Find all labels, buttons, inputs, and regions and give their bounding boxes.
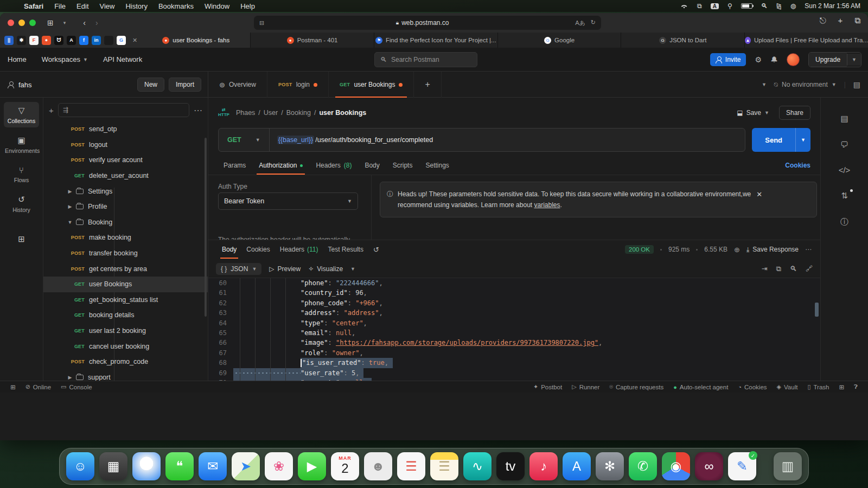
menubar-clock[interactable]: Sun 2 Mar 1:56 AM (805, 2, 860, 10)
json-line-69[interactable]: 69"user_rate": 5, (208, 368, 820, 378)
response-more-icon[interactable]: ⋯ (805, 246, 812, 253)
sidebar-scrollbar[interactable] (205, 138, 207, 317)
request-get_booking_status-list[interactable]: GETget_booking_status list (43, 292, 208, 308)
request-cancel-user-booking[interactable]: GETcancel user booking (43, 338, 208, 354)
loom-dock-icon[interactable]: ∞ (695, 452, 723, 480)
response-tab-cookies[interactable]: Cookies (241, 241, 275, 258)
request-check_promo_code[interactable]: POSTcheck_promo_code (43, 354, 208, 370)
format-select[interactable]: { }JSON▼ (216, 263, 261, 275)
invite-button[interactable]: Invite (710, 53, 746, 66)
menu-item-bookmarks[interactable]: Bookmarks (153, 2, 199, 10)
rail-item-history[interactable]: ↺History (4, 191, 39, 216)
import-button[interactable]: Import (169, 78, 201, 92)
request-tab-authorization[interactable]: Authorization (253, 156, 308, 175)
spotlight-icon[interactable]: 🔍︎ (761, 2, 768, 10)
nav-api-network[interactable]: API Network (95, 55, 150, 63)
facetime-dock-icon[interactable]: ▶ (298, 452, 326, 480)
rail-item-collections[interactable]: ▽Collections (4, 102, 39, 127)
request-tab-headers[interactable]: Headers(8) (310, 156, 357, 175)
response-history-icon[interactable]: ↺ (368, 241, 384, 258)
json-line-65[interactable]: 65"email": null, (208, 328, 820, 338)
close-tab-icon[interactable]: ✕ (128, 33, 142, 48)
new-tab-icon[interactable]: + (838, 16, 843, 25)
comments-icon[interactable]: 🗩︎ (821, 140, 868, 149)
breadcrumb[interactable]: Phaes/ User/ Booking/ user Bookings (236, 109, 366, 117)
notifications-bell-icon[interactable]: 🔔︎ (770, 55, 778, 64)
whatsapp-dock-icon[interactable]: ✆ (629, 452, 657, 480)
sidebar-toggle-icon[interactable]: ⊞ (42, 18, 59, 27)
workspace-tab-login[interactable]: POSTlogin (267, 72, 329, 98)
response-time[interactable]: 925 ms (668, 246, 690, 253)
rail-item-environments[interactable]: ▣Environments (4, 132, 39, 157)
code-snippet-icon[interactable]: </> (821, 165, 868, 175)
folder-chevron-icon[interactable]: ▼ (66, 220, 74, 225)
forward-button[interactable]: › (91, 18, 103, 27)
pinned-site-4[interactable]: ● (42, 36, 51, 45)
tab-1[interactable]: ●Postman - 401 (250, 33, 374, 48)
request-tab-settings[interactable]: Settings (420, 156, 454, 175)
related-requests-icon[interactable]: ⇅ (821, 191, 868, 201)
request-booking-details[interactable]: GETbooking details (43, 307, 208, 323)
nav-workspaces[interactable]: Workspaces▼ (34, 55, 95, 63)
auth-type-select[interactable]: Bearer Token▼ (218, 192, 358, 210)
user-avatar[interactable] (787, 53, 800, 66)
folder-support[interactable]: ▶support (43, 370, 208, 381)
search-input[interactable]: 🔍︎ Search Postman (374, 52, 477, 67)
apple-tv-dock-icon[interactable]: tv (496, 452, 525, 480)
pinned-github[interactable]: ᗢ (54, 36, 63, 45)
system-settings-dock-icon[interactable]: ✻ (596, 452, 624, 480)
minimize-window-button[interactable] (18, 20, 25, 26)
sidebar-chevron-icon[interactable]: ▾ (59, 20, 71, 25)
app-store-dock-icon[interactable]: A (563, 452, 591, 480)
url-input[interactable]: {{base_url}} /user/auth/booking_for_user… (270, 136, 433, 144)
request-get-centers-by-area[interactable]: POSTget centers by area (43, 261, 208, 277)
control-center-icon[interactable]: ⧎ (776, 2, 782, 10)
tab-4[interactable]: GJSON to Dart (621, 33, 744, 48)
status-console[interactable]: ▭Console (56, 383, 97, 390)
close-window-button[interactable] (8, 20, 14, 26)
request-make-booking[interactable]: POSTmake booking (43, 230, 208, 246)
response-tab-body[interactable]: Body (217, 241, 241, 258)
documentation-icon[interactable]: ▤ (821, 114, 868, 124)
status-online[interactable]: ⊘Online (21, 383, 56, 390)
copy-icon[interactable]: ⧉ (776, 265, 781, 273)
share-button[interactable]: Share (779, 106, 810, 120)
response-size[interactable]: 6.55 KB (704, 246, 727, 253)
status-postbot[interactable]: ✦Postbot (528, 383, 567, 390)
page-settings-icon[interactable]: ⊟ (254, 20, 270, 27)
request-tab-scripts[interactable]: Scripts (387, 156, 418, 175)
preview-button[interactable]: ▷Preview (269, 265, 301, 273)
json-line-63[interactable]: 63"address": "address", (208, 308, 820, 318)
menu-item-edit[interactable]: Edit (71, 2, 94, 10)
json-line-60[interactable]: 60"phone": "222444666", (208, 278, 820, 288)
json-line-67[interactable]: 67"role": "owner", (208, 348, 820, 358)
pinned-apple[interactable] (104, 36, 113, 45)
maps-dock-icon[interactable]: ➤ (232, 452, 260, 480)
rail-more-icon[interactable]: ⊞ (4, 230, 39, 249)
rail-item-flows[interactable]: ⑂Flows (4, 162, 39, 187)
request-delete_user_acount[interactable]: GETdelete_user_acount (43, 168, 208, 184)
new-button[interactable]: New (137, 78, 164, 92)
statusbar-help-icon[interactable]: ❓︎ (849, 383, 863, 390)
folder-chevron-icon[interactable]: ▶ (66, 189, 74, 194)
menu-item-window[interactable]: Window (199, 2, 235, 10)
request-info-icon[interactable]: ⓘ (821, 217, 868, 227)
menu-item-history[interactable]: History (120, 2, 152, 10)
request-user-bookings[interactable]: GETuser Bookings (43, 277, 208, 292)
wrap-text-icon[interactable]: ⇥ (762, 265, 768, 273)
add-request-tab-button[interactable]: + (414, 72, 441, 98)
visualize-button[interactable]: ✧Visualize (308, 265, 343, 273)
tab-active[interactable]: ● user Bookings - fahs (142, 33, 250, 48)
trash-dock-icon[interactable]: ▥ (774, 452, 802, 480)
accessibility-icon[interactable]: ⚲ (727, 2, 732, 10)
request-transfer-booking[interactable]: POSTtransfer booking (43, 246, 208, 261)
link-icon[interactable]: 🔗︎ (806, 265, 813, 273)
request-user-last-2-booking[interactable]: GETuser last 2 booking (43, 323, 208, 339)
folder-chevron-icon[interactable]: ▶ (66, 204, 74, 209)
share-icon[interactable]: ⎋ (820, 16, 826, 25)
variables-link[interactable]: variables (534, 201, 560, 209)
menu-item-help[interactable]: Help (235, 2, 260, 10)
menu-item-safari[interactable]: Safari (18, 2, 49, 10)
menu-item-file[interactable]: File (49, 2, 71, 10)
send-button[interactable]: Send (752, 128, 795, 152)
